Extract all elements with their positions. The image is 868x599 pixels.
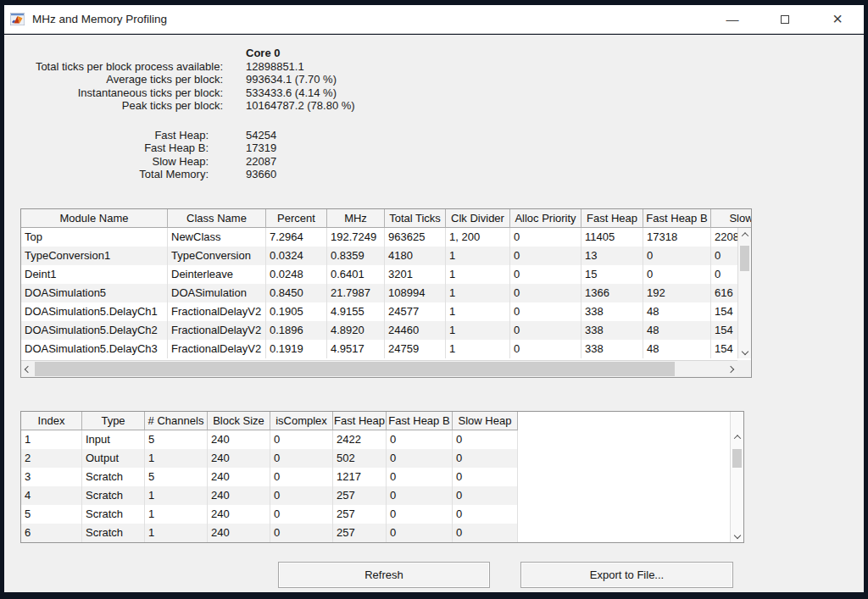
table-cell: 6 [21, 524, 82, 542]
table-row[interactable]: DOASimulation5.DelayCh3FractionalDelayV2… [21, 340, 737, 358]
table-cell: Scratch [82, 524, 145, 542]
vertical-scroll-thumb[interactable] [740, 246, 749, 271]
table-cell: 4.8920 [327, 321, 385, 340]
scroll-down-arrow-icon[interactable] [738, 345, 751, 358]
table-cell: 0 [453, 524, 518, 542]
minimize-button[interactable]: — [706, 5, 759, 33]
table-cell: 13 [581, 247, 643, 265]
table-cell: 5 [145, 468, 208, 486]
column-header[interactable]: Module Name [21, 209, 168, 228]
stat-label: Fast Heap: [20, 129, 223, 142]
scroll-left-arrow-icon[interactable] [21, 361, 35, 377]
table-cell: 1 [446, 340, 510, 358]
column-header[interactable]: Slow Heap [453, 412, 518, 430]
table-cell: 0 [453, 505, 518, 524]
column-header[interactable]: Slow [711, 209, 751, 228]
column-header[interactable]: Fast Heap B [643, 209, 711, 228]
table-cell: 0 [453, 430, 518, 449]
table-cell: 240 [208, 505, 270, 524]
stat-label: Total ticks per block process available: [20, 60, 223, 74]
stat-value: 22087 [246, 155, 529, 169]
column-header[interactable]: # Channels [145, 412, 208, 430]
table-cell: 0.1905 [266, 302, 327, 321]
module-table-vertical-scrollbar[interactable] [737, 228, 751, 358]
table-row[interactable]: 4Scratch1240025700 [21, 486, 518, 505]
table-cell: 0 [643, 247, 711, 265]
table-cell: 0 [510, 228, 581, 247]
table-cell: 963625 [385, 228, 446, 247]
stat-label: Average ticks per block: [20, 73, 223, 86]
table-row[interactable]: Deint1Deinterleave0.02480.64013201101500 [21, 265, 737, 284]
table-cell: Top [21, 228, 168, 247]
table-cell: 1 [21, 430, 82, 449]
table-row[interactable]: TypeConversion1TypeConversion0.03240.835… [21, 247, 737, 265]
maximize-button[interactable] [759, 5, 811, 33]
stat-row: Peak ticks per block:10164787.2 (78.80 %… [20, 99, 529, 113]
table-cell: 240 [208, 486, 270, 505]
table-cell: 7.2964 [266, 228, 327, 247]
core-stats-panel: Core 0 Total ticks per block process ava… [20, 47, 529, 181]
column-header[interactable]: Clk Divider [446, 209, 510, 228]
column-header[interactable]: Fast Heap B [387, 412, 453, 430]
ticks-stats: Total ticks per block process available:… [20, 60, 529, 113]
table-cell: Scratch [82, 505, 145, 524]
column-header[interactable]: Alloc Priority [510, 209, 581, 228]
column-header[interactable]: Class Name [168, 209, 266, 228]
table-row[interactable]: TopNewClass7.2964192.72499636251, 200011… [21, 228, 737, 247]
column-header[interactable]: isComplex [270, 412, 333, 430]
table-row[interactable]: 1Input52400242200 [21, 430, 518, 449]
table-row[interactable]: DOASimulation5.DelayCh1FractionalDelayV2… [21, 302, 737, 321]
table-row[interactable]: DOASimulation5DOASimulation0.845021.7987… [21, 284, 737, 302]
table-cell: 0.1919 [266, 340, 327, 358]
module-table-header: Module NameClass NamePercentMHzTotal Tic… [21, 209, 751, 228]
table-cell: 154 [711, 340, 737, 358]
module-table-body: TopNewClass7.2964192.72499636251, 200011… [21, 228, 737, 358]
column-header[interactable]: Index [21, 412, 82, 430]
scroll-down-arrow-icon[interactable] [731, 529, 743, 542]
table-cell: 0 [270, 430, 333, 449]
close-button[interactable]: × [811, 5, 864, 33]
table-cell: 0 [510, 265, 581, 284]
table-cell: 338 [581, 321, 643, 340]
table-cell: NewClass [168, 228, 266, 247]
column-header[interactable]: Block Size [208, 412, 270, 430]
table-cell: 24759 [385, 340, 446, 358]
table-row[interactable]: 3Scratch52400121700 [21, 468, 518, 486]
table-cell: 0 [711, 247, 737, 265]
table-cell: 0 [510, 247, 581, 265]
table-cell: 0 [270, 524, 333, 542]
column-header[interactable]: Percent [266, 209, 327, 228]
vertical-scroll-thumb[interactable] [732, 449, 742, 468]
scroll-right-arrow-icon[interactable] [724, 361, 737, 377]
table-cell: 1 [446, 247, 510, 265]
table-row[interactable]: DOASimulation5.DelayCh2FractionalDelayV2… [21, 321, 737, 340]
column-header[interactable]: Fast Heap [581, 209, 643, 228]
column-header[interactable]: MHz [327, 209, 385, 228]
horizontal-scroll-thumb[interactable] [35, 362, 675, 376]
column-header[interactable]: Total Ticks [385, 209, 446, 228]
module-table-horizontal-scrollbar[interactable] [21, 360, 737, 377]
table-row[interactable]: 6Scratch1240025700 [21, 524, 518, 542]
export-to-file-button[interactable]: Export to File... [520, 562, 733, 588]
scroll-up-arrow-icon[interactable] [731, 430, 743, 444]
column-header[interactable]: Fast Heap [333, 412, 387, 430]
table-cell: 0 [510, 302, 581, 321]
table-cell: 1, 200 [446, 228, 510, 247]
table-cell: 0 [643, 265, 711, 284]
scroll-up-arrow-icon[interactable] [738, 228, 751, 241]
table-cell: 240 [208, 468, 270, 486]
refresh-button[interactable]: Refresh [278, 562, 490, 588]
table-row[interactable]: 5Scratch1240025700 [21, 505, 518, 524]
table-cell: 5 [21, 505, 82, 524]
table-row[interactable]: 2Output1240050200 [21, 449, 518, 468]
table-cell: 0 [387, 430, 453, 449]
table-cell: 1 [446, 284, 510, 302]
table-cell: 240 [208, 449, 270, 468]
column-header[interactable]: Type [82, 412, 145, 430]
stat-label: Fast Heap B: [20, 141, 223, 155]
table-cell: 257 [333, 524, 387, 542]
buffer-table-vertical-scrollbar[interactable] [730, 412, 743, 542]
table-cell: TypeConversion1 [21, 247, 168, 265]
table-cell: 4180 [385, 247, 446, 265]
stat-label: Peak ticks per block: [20, 99, 223, 113]
